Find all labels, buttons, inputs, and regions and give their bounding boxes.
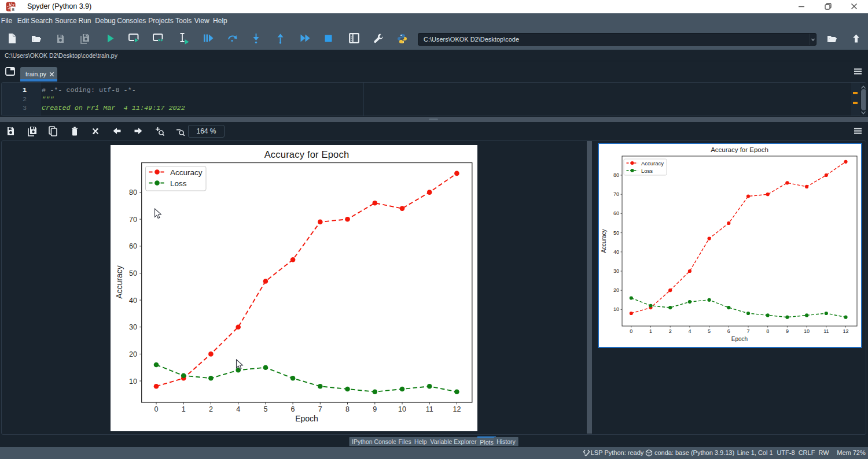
svg-text:50: 50 [613,230,619,236]
svg-text:10: 10 [613,306,619,312]
svg-text:20: 20 [129,350,137,358]
svg-text:7: 7 [318,405,322,413]
svg-text:60: 60 [613,210,619,216]
svg-text:11: 11 [823,328,829,334]
svg-text:6: 6 [727,328,730,334]
svg-text:12: 12 [453,405,461,413]
svg-text:50: 50 [129,269,137,277]
svg-text:30: 30 [129,323,137,331]
svg-text:9: 9 [786,328,789,334]
svg-text:10: 10 [804,328,810,334]
svg-text:2: 2 [209,405,213,413]
svg-text:Accuracy for Epoch: Accuracy for Epoch [711,146,768,153]
svg-text:20: 20 [613,287,619,293]
svg-text:6: 6 [291,405,295,413]
svg-text:2: 2 [669,328,672,334]
svg-text:5: 5 [708,328,711,334]
svg-text:10: 10 [129,377,137,386]
svg-text:4: 4 [688,328,691,334]
svg-text:8: 8 [345,405,350,413]
svg-text:80: 80 [613,172,619,178]
svg-text:Loss: Loss [641,168,653,174]
svg-text:40: 40 [129,297,137,305]
svg-text:11: 11 [426,405,433,413]
svg-text:1: 1 [182,405,186,413]
svg-text:80: 80 [129,188,137,197]
svg-text:60: 60 [129,242,137,250]
svg-text:4: 4 [236,405,240,413]
svg-text:s: s [12,6,14,12]
svg-text:0: 0 [155,405,159,413]
svg-text:7: 7 [746,328,749,334]
svg-text:Accuracy: Accuracy [601,229,607,253]
svg-text:0: 0 [630,328,632,334]
svg-text:Epoch: Epoch [295,414,318,423]
svg-text:1: 1 [649,328,652,334]
svg-text:10: 10 [398,405,406,413]
svg-text:Accuracy for Epoch: Accuracy for Epoch [264,149,350,160]
svg-text:Epoch: Epoch [731,336,748,342]
svg-text:Accuracy: Accuracy [115,265,124,299]
svg-text:9: 9 [373,405,377,413]
svg-text:Loss: Loss [170,179,187,188]
svg-text:70: 70 [613,191,619,197]
svg-text:Accuracy: Accuracy [170,168,203,177]
svg-text:40: 40 [613,249,619,255]
svg-text:30: 30 [613,268,619,274]
svg-text:Accuracy: Accuracy [641,160,664,166]
svg-text:12: 12 [843,328,848,334]
svg-text:8: 8 [766,328,769,334]
svg-text:5: 5 [263,405,267,413]
svg-text:70: 70 [129,216,137,224]
